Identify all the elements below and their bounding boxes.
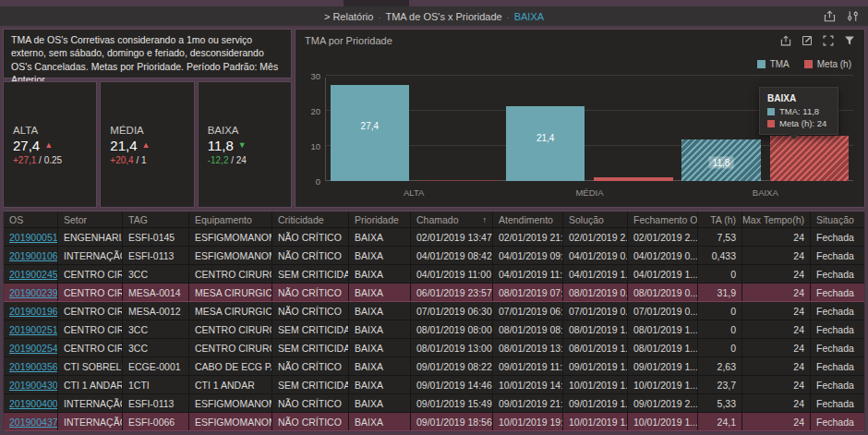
table-cell: 10/01/2019 1...: [627, 376, 697, 393]
bar-meta-baixa[interactable]: [770, 136, 850, 181]
table-row[interactable]: 201900239CENTRO CIRUR...MESA-0014MESA CI…: [4, 284, 864, 302]
os-number-link[interactable]: 201900051: [9, 232, 57, 243]
kpi-card-média[interactable]: MÉDIA21,4▲+20,4 / 1: [100, 81, 194, 208]
table-cell: 201900437: [4, 413, 57, 430]
column-header-fechamento-os[interactable]: Fechamento OS: [627, 211, 697, 227]
chart-title: TMA por Prioridade: [305, 35, 392, 46]
table-cell: ESFIGMOMANOMET...: [188, 394, 271, 412]
table-row[interactable]: 201900196CENTRO CIRUR...MESA-0012MESA CI…: [4, 302, 864, 320]
bar-tma-baixa[interactable]: 11,8: [681, 139, 761, 181]
table-cell: ESFI-0113: [122, 247, 188, 264]
table-row[interactable]: 201900251CENTRO CIRUR...3CCCENTRO CIRURG…: [4, 320, 864, 339]
table-cell: Fechada: [810, 413, 864, 430]
table-cell: 07/01/2019 06:30: [492, 302, 562, 320]
table-row[interactable]: 201900356CTI SOBRELOJAECGE-0001CABO DE E…: [4, 357, 864, 376]
table-row[interactable]: 201900245CENTRO CIRUR...3CCCENTRO CIRURG…: [4, 265, 864, 284]
column-header-setor[interactable]: Setor: [57, 211, 122, 227]
x-axis-category-label: ALTA: [326, 187, 501, 198]
table-row[interactable]: 201900254CENTRO CIRUR...3CCCENTRO CIRURG…: [4, 339, 864, 357]
kpi-card-alta[interactable]: ALTA27,4▲+27,1 / 0.25: [3, 81, 97, 208]
column-header-atendimento[interactable]: Atendimento: [492, 211, 562, 227]
column-header-situa-o[interactable]: Situação: [810, 211, 864, 227]
kpi-label: BAIXA: [208, 125, 282, 136]
table-cell: 08/01/2019 1...: [627, 320, 697, 338]
table-cell: MESA-0012: [122, 302, 188, 320]
tooltip-swatch-icon: [767, 120, 775, 127]
table-cell: ECGE-0001: [122, 357, 188, 375]
table-cell: CABO DE ECG PARA ...: [188, 357, 271, 375]
table-cell: BAIXA: [348, 357, 410, 375]
breadcrumb-item-tma-de-os-s-x-prioridade[interactable]: TMA de OS's x Prioridade: [385, 11, 501, 22]
table-cell: 24: [741, 265, 810, 283]
table-cell: BAIXA: [348, 247, 410, 264]
table-cell: 201900254: [4, 339, 57, 356]
table-cell: INTERNAÇÃO 9...: [57, 247, 122, 264]
description-panel: TMA de OS's Corretivas considerando a 1m…: [3, 29, 292, 79]
column-header-label: Prioridade: [355, 214, 399, 225]
column-header-equipamento[interactable]: Equipamento: [188, 211, 271, 227]
os-number-link[interactable]: 201900106: [9, 250, 57, 261]
column-header-label: Atendimento: [499, 214, 553, 225]
table-cell: 09/01/2019 1...: [627, 357, 697, 375]
legend-item-meta-h-[interactable]: Meta (h): [804, 59, 851, 69]
table-row[interactable]: 201900430CTI 1 ANDAR1CTICTI 1 ANDARSEM C…: [4, 376, 864, 394]
share-icon[interactable]: [824, 10, 836, 22]
table-row[interactable]: 201900106INTERNAÇÃO 9...ESFI-0113ESFIGMO…: [4, 247, 864, 265]
table-cell: NÃO CRÍTICO: [271, 413, 348, 430]
column-header-label: Chamado: [416, 214, 459, 225]
column-header-prioridade[interactable]: Prioridade: [348, 211, 410, 227]
os-number-link[interactable]: 201900254: [9, 343, 57, 354]
table-row[interactable]: 201900400INTERNAÇÃO 9...ESFI-0113ESFIGMO…: [4, 394, 864, 413]
column-header-max-tempo-h-[interactable]: Max Tempo(h): [741, 211, 810, 227]
breadcrumb-item-baixa[interactable]: BAIXA: [514, 11, 544, 22]
column-header-ta-h-[interactable]: TA (h): [697, 211, 741, 227]
table-cell: 08/01/2019 0...: [562, 284, 627, 301]
column-header-tag[interactable]: TAG: [122, 211, 188, 227]
trend-up-icon: ▲: [44, 140, 53, 150]
pin-visual-icon[interactable]: [802, 35, 813, 46]
kpi-row: ALTA27,4▲+27,1 / 0.25MÉDIA21,4▲+20,4 / 1…: [3, 81, 292, 208]
focus-mode-icon[interactable]: [823, 35, 834, 46]
kpi-value: 27,4▲: [13, 138, 87, 153]
table-cell: 08/01/2019 08:00: [492, 320, 562, 338]
bar-meta-alta[interactable]: [418, 180, 498, 181]
os-number-link[interactable]: 201900430: [9, 380, 57, 391]
bar-tma-alta[interactable]: 27,4: [331, 85, 410, 181]
trend-down-icon: ▼: [238, 140, 247, 150]
table-body: 201900051ENGENHARIA ...ESFI-0145ESFIGMOM…: [4, 228, 864, 431]
table-row[interactable]: 201900437INTERNAÇÃO 8...ESFI-0066ESFIGMO…: [4, 413, 864, 431]
table-cell: ESFI-0066: [122, 413, 188, 430]
table-row[interactable]: 201900051ENGENHARIA ...ESFI-0145ESFIGMOM…: [4, 228, 864, 247]
bar-tma-média[interactable]: 21,4: [506, 106, 585, 181]
os-number-link[interactable]: 201900400: [9, 398, 57, 409]
os-number-link[interactable]: 201900239: [9, 287, 57, 298]
os-number-link[interactable]: 201900437: [9, 417, 57, 428]
os-number-link[interactable]: 201900356: [9, 361, 57, 372]
table-cell: Fechada: [810, 247, 864, 264]
column-header-solu-o[interactable]: Solução: [562, 211, 627, 227]
column-header-chamado[interactable]: Chamado↑: [410, 211, 492, 227]
export-icon[interactable]: [780, 35, 791, 46]
os-number-link[interactable]: 201900245: [9, 269, 57, 280]
column-header-os[interactable]: OS: [4, 211, 57, 227]
os-number-link[interactable]: 201900196: [9, 306, 57, 317]
table-cell: 24: [741, 339, 810, 356]
filter-icon[interactable]: [844, 35, 855, 46]
dashboard-content: TMA de OS's Corretivas considerando a 1m…: [0, 26, 868, 435]
column-header-criticidade[interactable]: Criticidade: [271, 211, 348, 227]
os-number-link[interactable]: 201900251: [9, 324, 57, 335]
table-cell: 24,1: [697, 413, 741, 430]
chart-icons: [780, 35, 855, 46]
table-cell: 04/01/2019 08:42: [410, 247, 492, 264]
table-cell: SEM CRITICIDADE: [271, 265, 348, 283]
table-cell: 3CC: [122, 265, 188, 283]
table-cell: SEM CRITICIDADE: [271, 339, 348, 356]
kpi-card-baixa[interactable]: BAIXA11,8▼-12,2 / 24: [198, 81, 292, 208]
trend-up-icon: ▲: [142, 140, 151, 150]
breadcrumb-item--relat-rio[interactable]: > Relatório: [324, 11, 374, 22]
bar-meta-média[interactable]: [594, 177, 673, 181]
legend-item-tma[interactable]: TMA: [757, 59, 790, 69]
tooltip-text: TMA: 11,8: [779, 106, 819, 116]
filter-settings-icon[interactable]: [847, 10, 859, 22]
table-cell: 10/01/2019 1...: [562, 376, 627, 393]
